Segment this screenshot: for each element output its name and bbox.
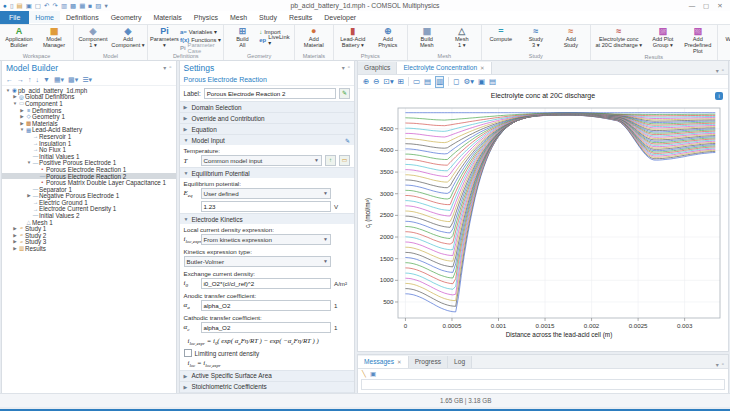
close-tab-icon[interactable]: ✕ <box>480 62 485 74</box>
study-3-button[interactable]: ≈Study3 ▾ <box>519 26 553 48</box>
cathodic-coefficient-input[interactable]: alpha_O2 <box>201 322 332 333</box>
tree-node[interactable]: ▼▦Lead-Acid Battery <box>2 127 176 134</box>
compute-button[interactable]: =Compute <box>484 26 518 42</box>
model-settings-icon[interactable]: ▨ <box>95 0 101 11</box>
compact-icon[interactable]: ▢ <box>35 0 41 11</box>
section-override-contribution[interactable]: ▶ Override and Contribution <box>180 112 355 123</box>
anodic-coefficient-input[interactable]: alpha_O2 <box>201 300 332 311</box>
section-electrode-kinetics[interactable]: ▼ Electrode Kinetics <box>180 213 355 224</box>
section-equilibrium-potential[interactable]: ▼ Equilibrium Potential <box>180 167 355 178</box>
image-snapshot-icon[interactable]: ▣ <box>478 75 485 88</box>
create-model-input-icon[interactable]: ▭ <box>339 155 350 166</box>
ribbon-tab-study[interactable]: Study <box>253 11 283 24</box>
add-component-button[interactable]: ◈AddComponent ▾ <box>111 26 145 48</box>
panel-menu-icon[interactable]: ▾ <box>342 64 345 71</box>
plot-settings-icon[interactable]: ⚙▾ <box>463 75 474 88</box>
limiting-current-checkbox[interactable] <box>184 349 192 357</box>
expand-icon[interactable]: ▩▾ <box>68 74 78 85</box>
plot-info-icon[interactable]: i <box>715 92 723 100</box>
model-tree-options-icon[interactable]: ☰▾ <box>82 74 92 85</box>
component-1-button[interactable]: ◈Component1 ▾ <box>76 26 110 48</box>
move-down-icon[interactable]: ↓ <box>36 74 40 85</box>
add-physics-button[interactable]: ⊕AddPhysics <box>371 26 405 48</box>
messages-tab-messages[interactable]: Messages✕ <box>358 356 409 368</box>
tree-node[interactable]: —Initial Values 2 <box>2 212 176 219</box>
pin-icon[interactable]: ▫ <box>348 64 350 71</box>
zoom-out-icon[interactable]: ⊖ <box>373 75 379 88</box>
windows-button[interactable]: ▣Windows▾ <box>720 26 730 48</box>
close-icon[interactable]: ✕ <box>713 0 727 11</box>
app-logo-icon[interactable]: ● <box>3 0 7 11</box>
mesh-1-button[interactable]: △Mesh1 ▾ <box>445 26 479 48</box>
zoom-extents-icon[interactable]: ⊞ <box>398 75 404 88</box>
maximize-icon[interactable]: ▢ <box>699 0 713 11</box>
back-icon[interactable]: ↶ <box>44 0 49 11</box>
model-manager-button[interactable]: ▦ModelManager <box>37 26 71 48</box>
move-up-icon[interactable]: ↑ <box>28 74 32 85</box>
ribbon-tab-materials[interactable]: Materials <box>147 11 187 24</box>
exchange-current-input[interactable]: i0_O2*(cl/cl_ref)^2 <box>201 278 332 289</box>
section-domain-selection[interactable]: ▶ Domain Selection <box>180 101 355 112</box>
messages-tab-log[interactable]: Log <box>448 356 472 368</box>
single-window-icon[interactable]: ▭ <box>413 75 420 88</box>
tree-node[interactable]: →No Flux 1 <box>2 146 176 153</box>
customize-qat-icon[interactable]: ▾ <box>104 0 107 11</box>
add-material-button[interactable]: ●AddMaterial <box>297 26 331 48</box>
minimize-icon[interactable]: — <box>685 0 699 11</box>
zoom-box-icon[interactable]: ⊡▾ <box>384 75 394 88</box>
collapse-icon[interactable]: ▦▾ <box>54 74 64 85</box>
local-current-select[interactable]: From kinetics expression▼ <box>201 234 332 245</box>
save-icon[interactable]: ▣ <box>26 0 32 11</box>
graphics-tab-electrolyte-concentration[interactable]: Electrolyte Concentration✕ <box>397 62 491 74</box>
panel-menu-icon[interactable]: ▾ <box>716 67 719 74</box>
edit-model-input-icon[interactable]: ✎ <box>345 137 350 144</box>
ribbon-tab-file[interactable]: File <box>0 11 29 24</box>
build-mesh-button[interactable]: ▦BuildMesh <box>410 26 444 48</box>
new-icon[interactable]: ▯ <box>10 0 14 11</box>
tree-node[interactable]: ▶◇Geometry 1 <box>2 113 176 120</box>
label-input[interactable]: Porous Electrode Reaction 2 <box>204 88 336 99</box>
pin-icon[interactable]: ▫ <box>722 67 724 74</box>
split-horizontal-icon[interactable]: ▤ <box>424 75 431 88</box>
temperature-select[interactable]: Common model input▼ <box>201 155 323 166</box>
rename-icon[interactable]: ✎ <box>339 88 350 99</box>
tree-node[interactable]: ▶—Negative Porous Electrode 1 <box>2 193 176 200</box>
print-icon[interactable]: ▤ <box>489 75 496 88</box>
panel-menu-icon[interactable]: ▾ <box>163 64 166 71</box>
concentration-plot[interactable]: 00.00050.0010.00150.0020.00250.003500100… <box>358 102 728 356</box>
electrolyte-conc-plot-button[interactable]: ≈Electrolyte concat 20C discharge ▾ <box>593 26 645 48</box>
close-tab-icon[interactable]: ✕ <box>397 356 402 368</box>
ribbon-tab-physics[interactable]: Physics <box>188 11 224 24</box>
add-predefined-plot-button[interactable]: ▧AddPredefined Plot <box>681 26 715 54</box>
lock-axes-icon[interactable]: ◻ <box>453 75 459 88</box>
parameters-button[interactable]: PiParameters▾ <box>150 26 179 48</box>
panel-menu-icon[interactable]: ▾ <box>716 361 719 368</box>
clear-messages-icon[interactable]: ╲ <box>362 370 366 378</box>
split-vertical-icon[interactable]: ▥ <box>435 76 444 88</box>
duplicate-icon[interactable]: ▦ <box>79 0 85 11</box>
go-back-icon[interactable]: ← <box>6 74 13 85</box>
livelink-button[interactable]: epLiveLink ▾ <box>259 36 292 43</box>
section-model-input[interactable]: ▼ Model Input ✎ <box>180 134 355 145</box>
ribbon-tab-geometry[interactable]: Geometry <box>105 11 148 24</box>
ribbon-tab-results[interactable]: Results <box>283 11 318 24</box>
go-to-source-icon[interactable]: ↑ <box>325 155 336 166</box>
section-active-surface-area[interactable]: ▶ Active Specific Surface Area <box>180 370 355 381</box>
section-equation[interactable]: ▶ Equation <box>180 123 355 134</box>
equilibrium-potential-input[interactable]: 1.23 <box>201 201 332 212</box>
tree-node[interactable]: ▶▥Results <box>2 245 176 252</box>
copy-text-icon[interactable]: ▣ <box>370 370 376 378</box>
tree-node[interactable]: ▼▭Component 1 <box>2 100 176 107</box>
paste-icon[interactable]: ▩ <box>70 0 76 11</box>
graphics-tab-graphics[interactable]: Graphics <box>358 62 397 74</box>
open-icon[interactable]: ▤ <box>17 0 23 11</box>
show-icon[interactable]: ▼ <box>43 74 50 85</box>
ribbon-tab-definitions[interactable]: Definitions <box>60 11 105 24</box>
zoom-in-icon[interactable]: ⊕ <box>363 75 369 88</box>
add-study-button[interactable]: ≈AddStudy <box>554 26 588 48</box>
variables-button[interactable]: a=Variables ▾ <box>180 28 222 35</box>
tree-node[interactable]: →Insulation 1 <box>2 140 176 147</box>
ribbon-tab-home[interactable]: Home <box>29 11 60 24</box>
copy-icon[interactable]: ▥ <box>61 0 67 11</box>
ribbon-tab-developer[interactable]: Developer <box>318 11 362 24</box>
